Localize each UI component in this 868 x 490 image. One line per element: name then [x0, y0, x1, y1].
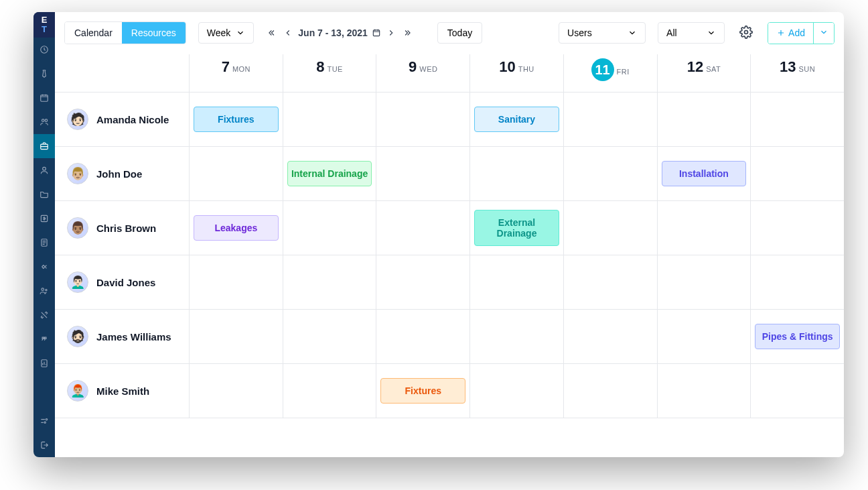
task-leakages[interactable]: Leakages	[194, 215, 279, 241]
cell-sun[interactable]: Pipes & Fittings	[750, 310, 844, 363]
cell-wed[interactable]	[376, 93, 469, 146]
task-external-drainage[interactable]: External Drainage	[474, 210, 559, 246]
cell-thu[interactable]: Sanitary	[469, 93, 563, 146]
user-icon[interactable]	[33, 158, 55, 182]
all-filter-select[interactable]: All	[658, 22, 725, 44]
cell-wed[interactable]	[376, 201, 469, 255]
user-name: John Doe	[96, 168, 142, 180]
user-cell: 👨🏻‍🦱 David Jones	[55, 255, 189, 309]
cell-sat[interactable]	[657, 201, 751, 255]
day-header-mon: 7MON	[189, 54, 283, 92]
folder-icon[interactable]	[33, 182, 55, 206]
date-range: Jun 7 - 13, 2021	[298, 27, 381, 38]
cell-tue[interactable]	[283, 364, 376, 418]
add-button[interactable]: Add	[768, 23, 813, 44]
cell-thu[interactable]: External Drainage	[469, 201, 563, 255]
cell-sun[interactable]	[750, 255, 844, 309]
billing-icon[interactable]	[33, 206, 55, 231]
cell-sun[interactable]	[750, 364, 844, 418]
next-button[interactable]	[385, 27, 397, 39]
task-sanitary[interactable]: Sanitary	[474, 107, 559, 132]
cell-fri[interactable]	[563, 201, 657, 255]
cell-thu[interactable]	[469, 147, 563, 200]
cell-fri[interactable]	[563, 147, 657, 200]
quote-icon[interactable]	[33, 327, 55, 351]
team-icon[interactable]	[33, 279, 55, 303]
user-cell: 🧔🏻 James Williams	[55, 310, 189, 363]
avatar: 👨🏽	[67, 217, 88, 239]
cell-mon[interactable]: Leakages	[189, 201, 283, 255]
next-double-button[interactable]	[401, 27, 413, 39]
cell-thu[interactable]	[469, 364, 563, 418]
task-fixtures[interactable]: Fixtures	[380, 378, 465, 404]
cell-fri[interactable]	[563, 364, 657, 418]
cell-wed[interactable]	[376, 255, 469, 309]
users-filter-label: Users	[567, 27, 592, 38]
cell-wed[interactable]: Fixtures	[376, 364, 469, 418]
add-button-group: Add	[768, 22, 835, 44]
cell-sun[interactable]	[750, 93, 844, 146]
cell-sat[interactable]	[657, 310, 751, 363]
day-header-tue: 8TUE	[283, 54, 376, 92]
cell-mon[interactable]	[189, 255, 283, 309]
today-button[interactable]: Today	[437, 22, 482, 44]
cell-sat[interactable]	[657, 255, 751, 309]
briefcase-icon[interactable]	[33, 134, 55, 158]
chevron-down-icon	[236, 28, 245, 38]
cell-sat[interactable]	[657, 93, 751, 146]
chevron-down-icon	[628, 28, 637, 38]
calendar-small-icon	[372, 28, 381, 38]
cell-wed[interactable]	[376, 147, 469, 200]
cell-tue[interactable]	[283, 310, 376, 363]
day-header-thu: 10THU	[469, 54, 563, 92]
add-dropdown-button[interactable]	[813, 23, 834, 44]
user-name: Amanda Nicole	[96, 114, 169, 125]
logout-icon[interactable]	[33, 433, 55, 457]
svg-point-9	[46, 290, 47, 291]
cell-wed[interactable]	[376, 310, 469, 363]
users-map-icon[interactable]	[33, 110, 55, 134]
dashboard-icon[interactable]	[33, 38, 55, 62]
cell-mon[interactable]	[189, 310, 283, 363]
period-label: Week	[207, 27, 231, 38]
cell-sun[interactable]	[750, 201, 844, 255]
cell-sat[interactable]	[657, 364, 751, 418]
cell-sat[interactable]: Installation	[657, 147, 751, 200]
task-internal-drainage[interactable]: Internal Drainage	[287, 161, 372, 186]
cell-fri[interactable]	[563, 310, 657, 363]
avatar: 🧔🏻	[67, 326, 88, 347]
cell-tue[interactable]	[283, 93, 376, 146]
settings-sliders-icon[interactable]	[33, 409, 55, 433]
svg-point-8	[42, 288, 44, 291]
cell-tue[interactable]: Internal Drainage	[283, 147, 376, 200]
cell-tue[interactable]	[283, 201, 376, 255]
cell-mon[interactable]	[189, 147, 283, 200]
report-icon[interactable]	[33, 351, 55, 375]
add-label: Add	[788, 27, 805, 38]
cell-thu[interactable]	[469, 310, 563, 363]
cell-tue[interactable]	[283, 255, 376, 309]
cell-fri[interactable]	[563, 255, 657, 309]
cell-fri[interactable]	[563, 93, 657, 146]
cell-thu[interactable]	[469, 255, 563, 309]
task-installation[interactable]: Installation	[662, 161, 747, 186]
prev-double-button[interactable]	[266, 27, 278, 39]
handshake-icon[interactable]	[33, 255, 55, 279]
tie-icon[interactable]	[33, 62, 55, 86]
settings-button[interactable]	[737, 23, 755, 44]
users-filter-select[interactable]: Users	[559, 22, 646, 44]
view-resources-button[interactable]: Resources	[122, 22, 186, 44]
document-icon[interactable]	[33, 231, 55, 255]
period-select[interactable]: Week	[198, 22, 255, 44]
sidebar-nav	[33, 38, 55, 457]
task-pipes-fittings[interactable]: Pipes & Fittings	[755, 324, 840, 349]
cell-mon[interactable]: Fixtures	[189, 93, 283, 146]
tools-icon[interactable]	[33, 303, 55, 327]
prev-button[interactable]	[282, 27, 294, 39]
svg-rect-1	[41, 95, 48, 101]
calendar-icon[interactable]	[33, 86, 55, 110]
task-fixtures[interactable]: Fixtures	[194, 107, 279, 132]
view-calendar-button[interactable]: Calendar	[65, 22, 122, 44]
cell-mon[interactable]	[189, 364, 283, 418]
cell-sun[interactable]	[750, 147, 844, 200]
